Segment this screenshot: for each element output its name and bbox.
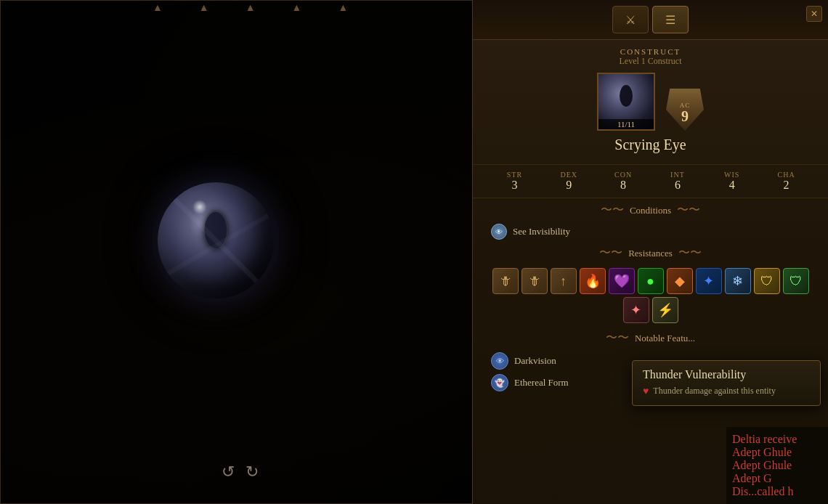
resist-thunder[interactable]: ⚡ <box>652 297 678 323</box>
creature-section: Construct Level 1 Construct 11/11 AC 9 S… <box>473 40 828 164</box>
resist-poison[interactable]: 💜 <box>609 268 635 294</box>
div-arrow-4: ▲ <box>292 2 302 14</box>
tooltip-text: Thunder damage against this entity <box>653 386 776 397</box>
orb-texture <box>158 182 274 298</box>
character-viewport: ↺ ↻ <box>0 0 479 504</box>
stat-str: STR 3 <box>487 171 542 192</box>
resist-psychic[interactable]: ✦ <box>623 297 649 323</box>
character-tab-icon: ⚔ <box>625 13 636 27</box>
resist-slashing-1[interactable]: 🗡 <box>492 268 519 294</box>
tooltip-description: ♥ Thunder damage against this entity <box>643 386 810 398</box>
conditions-header: 〜〜 Conditions 〜〜 <box>473 198 828 222</box>
wis-value: 4 <box>705 179 759 192</box>
ac-value: 9 <box>681 109 689 123</box>
con-label: CON <box>596 171 651 179</box>
features-header: 〜〜 Notable Featu... <box>473 326 828 350</box>
redo-button[interactable]: ↻ <box>245 463 259 481</box>
resist-cold[interactable]: ❄ <box>725 268 751 294</box>
resist-force[interactable]: 🛡 <box>783 268 809 294</box>
creature-model <box>158 182 274 298</box>
resist-squiggle-right: 〜〜 <box>678 245 702 261</box>
resist-fire[interactable]: 🔥 <box>580 268 606 294</box>
orb-body <box>158 182 274 298</box>
creature-portrait: 11/11 <box>597 73 655 131</box>
stat-int: INT 6 <box>651 171 705 192</box>
see-invisibility-icon: 👁 <box>491 224 507 240</box>
ac-shield: AC 9 <box>666 89 704 131</box>
cha-value: 2 <box>759 179 813 192</box>
resistances-title: Resistances <box>628 248 673 259</box>
resist-radiant[interactable]: ✦ <box>696 268 722 294</box>
resist-acid[interactable]: ● <box>638 268 664 294</box>
div-arrow-3: ▲ <box>245 2 256 14</box>
stat-dex: DEX 9 <box>542 171 596 192</box>
wis-label: WIS <box>705 171 759 179</box>
str-value: 3 <box>487 179 542 192</box>
resistances-header: 〜〜 Resistances 〜〜 <box>473 241 828 265</box>
portrait-row: 11/11 AC 9 <box>487 73 813 131</box>
div-arrow-2: ▲ <box>199 2 209 14</box>
log-line-2: Adept Ghule <box>732 446 822 459</box>
squiggle-left: 〜〜 <box>601 203 624 218</box>
log-line-5: Dis...called h <box>732 485 822 498</box>
tabs-bar: ⚔ ☰ <box>473 0 828 40</box>
tooltip-thunder-vulnerability: Thunder Vulnerability ♥ Thunder damage a… <box>632 360 821 406</box>
ac-badge: AC 9 <box>666 89 704 131</box>
stat-cha: CHA 2 <box>759 171 813 192</box>
close-button[interactable]: ✕ <box>806 6 822 22</box>
darkvision-text: Darkvision <box>514 355 556 367</box>
combat-log: Deltia receive Adept Ghule Adept Ghule A… <box>726 427 828 504</box>
dex-value: 9 <box>542 179 596 192</box>
resist-piercing[interactable]: ↑ <box>551 268 577 294</box>
features-title: Notable Featu... <box>635 333 695 344</box>
int-label: INT <box>651 171 705 179</box>
resistances-grid: 🗡 🗡 ↑ 🔥 💜 ● ◆ ✦ ❄ 🛡 🛡 ✦ ⚡ <box>473 265 828 326</box>
div-arrow-5: ▲ <box>338 2 348 14</box>
stats-row: STR 3 DEX 9 CON 8 INT 6 WIS 4 CHA 2 <box>473 164 828 198</box>
con-value: 8 <box>596 179 651 192</box>
stat-con: CON 8 <box>596 171 651 192</box>
resist-necrotic[interactable]: ◆ <box>667 268 693 294</box>
log-line-1: Deltia receive <box>732 433 822 446</box>
creature-subtype: Level 1 Construct <box>487 56 813 67</box>
log-line-3: Adept Ghule <box>732 459 822 472</box>
top-divider-arrows: ▲ ▲ ▲ ▲ ▲ <box>145 0 355 16</box>
cha-label: CHA <box>759 171 813 179</box>
resist-bludgeoning[interactable]: 🛡 <box>754 268 780 294</box>
tooltip-bullet-icon: ♥ <box>643 386 649 398</box>
resist-squiggle-left: 〜〜 <box>599 245 622 261</box>
div-arrow-1: ▲ <box>153 2 163 14</box>
inventory-tab-icon: ☰ <box>665 13 675 27</box>
hp-display: 11/11 <box>598 119 654 129</box>
tooltip-title: Thunder Vulnerability <box>643 368 810 381</box>
ethereal-form-icon: 👻 <box>491 374 508 391</box>
stat-wis: WIS 4 <box>705 171 759 192</box>
feat-squiggle-left: 〜〜 <box>606 330 629 346</box>
log-line-4: Adept G <box>732 472 822 485</box>
viewport-controls: ↺ ↻ <box>222 463 259 481</box>
condition-see-invisibility: 👁 See Invisibility <box>473 222 828 241</box>
resist-slashing-2[interactable]: 🗡 <box>521 268 548 294</box>
ethereal-form-text: Ethereal Form <box>514 377 569 389</box>
squiggle-right: 〜〜 <box>677 203 700 218</box>
darkvision-icon: 👁 <box>491 352 508 370</box>
undo-button[interactable]: ↺ <box>222 463 235 481</box>
see-invisibility-text: See Invisibility <box>513 226 570 237</box>
int-value: 6 <box>651 179 705 192</box>
str-label: STR <box>487 171 542 179</box>
conditions-title: Conditions <box>630 205 671 216</box>
tab-inventory[interactable]: ☰ <box>652 6 689 33</box>
creature-type: Construct <box>487 47 813 56</box>
creature-name: Scrying Eye <box>487 137 813 153</box>
tab-character[interactable]: ⚔ <box>612 6 649 33</box>
dex-label: DEX <box>542 171 596 179</box>
